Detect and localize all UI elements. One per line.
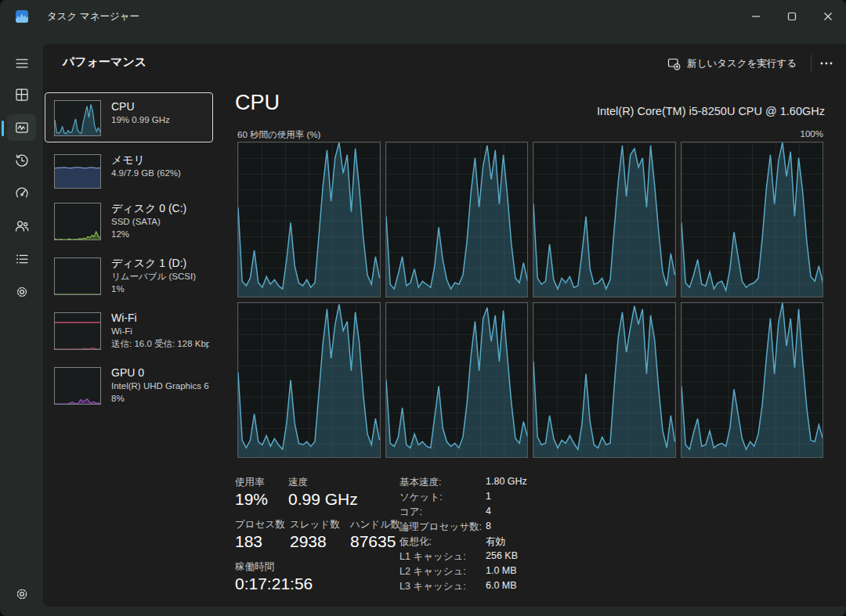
header-divider xyxy=(811,55,812,72)
list-item-cpu[interactable]: CPU 19% 0.99 GHz xyxy=(45,92,213,142)
minimize-button[interactable] xyxy=(738,0,774,33)
usage-label: 使用率 xyxy=(235,476,265,489)
list-item-gpu[interactable]: GPU 0 Intel(R) UHD Graphics 620 8% xyxy=(45,362,213,415)
sidebar-item-performance[interactable] xyxy=(7,114,36,141)
sidebar-item-services[interactable] xyxy=(7,279,36,305)
content-panel: パフォーマンス 新しいタスクを実行する CPU 19% 0.99 GHz xyxy=(43,44,846,607)
run-new-task-button[interactable]: 新しいタスクを実行する xyxy=(659,52,805,75)
disk0-mini-chart xyxy=(54,203,101,240)
wifi-mini-chart xyxy=(54,312,101,350)
window-title: タスク マネージャー xyxy=(47,0,139,33)
cpu-core-chart-0 xyxy=(237,142,381,297)
sidebar-item-processes[interactable] xyxy=(7,81,36,108)
sidebar-item-users[interactable] xyxy=(7,213,36,240)
titlebar: タスク マネージャー xyxy=(0,0,846,33)
list-item-wifi[interactable]: Wi-Fi Wi-Fi 送信: 16.0 受信: 128 Kbp xyxy=(45,307,213,360)
cpu-core-chart-3 xyxy=(681,142,824,297)
cpu-core-chart-5 xyxy=(385,302,529,458)
uptime-label: 稼働時間 xyxy=(235,560,274,574)
detail-label: 基本速度: xyxy=(400,476,441,489)
performance-device-list: CPU 19% 0.99 GHz メモリ 4.9/7.9 GB (62%) ディ… xyxy=(43,44,227,607)
detail-label: L1 キャッシュ: xyxy=(400,550,466,564)
cpu-core-chart-4 xyxy=(237,302,381,458)
detail-value: 1 xyxy=(486,491,491,502)
threads-label: スレッド数 xyxy=(290,518,340,531)
detail-label: ソケット: xyxy=(400,491,443,504)
nav-rail xyxy=(0,33,43,616)
threads-value: 2938 xyxy=(290,532,327,551)
cpu-core-chart-2 xyxy=(533,142,676,297)
gpu-mini-chart xyxy=(54,367,101,405)
detail-label: 論理プロセッサ数: xyxy=(400,521,482,534)
detail-value: 有効 xyxy=(486,535,505,549)
detail-label: 仮想化: xyxy=(400,535,432,549)
memory-mini-chart xyxy=(54,154,101,189)
detail-label: L3 キャッシュ: xyxy=(400,580,466,593)
cpu-model-name: Intel(R) Core(TM) i5-8250U CPU @ 1.60GHz xyxy=(597,105,825,117)
detail-value: 4 xyxy=(486,506,491,517)
disk1-mini-chart xyxy=(54,258,101,295)
handles-label: ハンドル数 xyxy=(350,518,400,531)
run-new-task-label: 新しいタスクを実行する xyxy=(687,57,797,70)
usage-value: 19% xyxy=(235,490,268,509)
close-button[interactable] xyxy=(810,0,846,33)
task-manager-window: タスク マネージャー xyxy=(0,0,846,616)
settings-gear-icon[interactable] xyxy=(7,581,36,607)
speed-value: 0.99 GHz xyxy=(288,490,358,509)
detail-label: コア: xyxy=(400,506,422,519)
processes-value: 183 xyxy=(235,532,262,551)
detail-value: 256 KB xyxy=(486,550,518,561)
cpu-core-chart-7 xyxy=(681,302,824,458)
cpu-core-chart-grid xyxy=(237,142,823,458)
processes-label: プロセス数 xyxy=(235,518,285,531)
handles-value: 87635 xyxy=(350,532,396,551)
selected-accent-bar xyxy=(2,121,4,136)
uptime-value: 0:17:21:56 xyxy=(235,575,313,593)
sidebar-item-startup-apps[interactable] xyxy=(7,180,36,207)
run-new-task-icon xyxy=(667,57,681,70)
more-options-button[interactable] xyxy=(815,52,838,75)
task-manager-logo-icon xyxy=(16,10,28,23)
detail-value: 1.0 MB xyxy=(486,565,517,576)
list-item-disk1[interactable]: ディスク 1 (D:) リムーバブル (SCSI) 1% xyxy=(45,252,213,305)
cpu-mini-chart xyxy=(54,100,101,136)
detail-value: 6.0 MB xyxy=(486,580,517,591)
chart-axis-label: 60 秒間の使用率 (%) xyxy=(237,129,320,141)
cpu-core-chart-1 xyxy=(385,142,529,297)
sidebar-item-details[interactable] xyxy=(7,246,36,272)
speed-label: 速度 xyxy=(288,476,308,489)
hamburger-menu-icon[interactable] xyxy=(7,50,36,77)
list-item-disk0[interactable]: ディスク 0 (C:) SSD (SATA) 12% xyxy=(45,197,213,250)
cpu-section-title: CPU xyxy=(235,91,280,115)
detail-value: 8 xyxy=(486,521,491,531)
cpu-core-chart-6 xyxy=(533,302,676,458)
detail-value: 1.80 GHz xyxy=(486,476,527,487)
chart-max-label: 100% xyxy=(801,129,823,139)
sidebar-item-app-history[interactable] xyxy=(7,147,36,174)
list-item-memory[interactable]: メモリ 4.9/7.9 GB (62%) xyxy=(45,149,213,193)
detail-label: L2 キャッシュ: xyxy=(400,565,466,578)
maximize-button[interactable] xyxy=(774,0,810,33)
